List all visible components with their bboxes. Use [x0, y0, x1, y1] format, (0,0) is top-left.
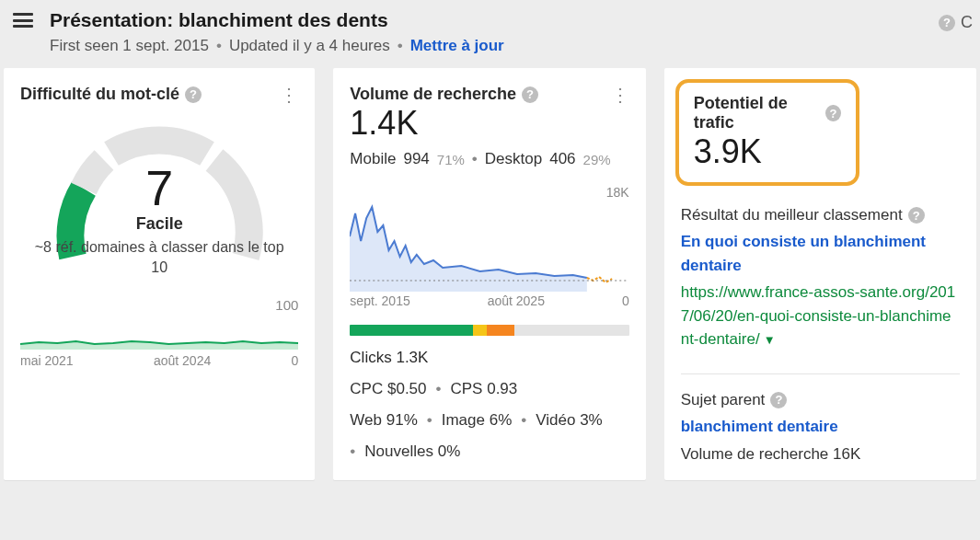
- video-pct: 3%: [580, 411, 603, 429]
- image-pct: 6%: [490, 411, 513, 429]
- separator-dot: •: [427, 411, 432, 430]
- top-result-url-link[interactable]: https://www.france-assos-sante.org/2017/…: [681, 283, 956, 348]
- tp-value: 3.9K: [694, 132, 841, 171]
- news-label: Nouvelles: [364, 442, 433, 460]
- web-label: Web: [350, 411, 382, 429]
- sv-chart-zero: 0: [622, 293, 629, 308]
- clicks-value: 1.3K: [396, 349, 428, 366]
- sv-chart-svg: [350, 200, 628, 292]
- traffic-potential-card: Potentiel de trafic ? 3.9K Résultat du m…: [664, 68, 976, 480]
- help-icon[interactable]: ?: [908, 207, 925, 224]
- top-result-title-link[interactable]: En quoi consiste un blanchiment dentaire: [681, 230, 960, 277]
- page-title: Présentation: blanchiment des dents: [50, 9, 388, 31]
- title-prefix: Présentation:: [50, 9, 179, 30]
- sv-title: Volume de recherche: [350, 85, 516, 104]
- help-icon[interactable]: ?: [825, 105, 840, 121]
- header-right-fragment: C: [961, 13, 973, 32]
- sv-chart-end: août 2025: [488, 293, 545, 308]
- sv-mobile-label: Mobile: [350, 150, 396, 168]
- cps-value: 0.93: [487, 380, 517, 397]
- separator-dot: •: [472, 150, 478, 168]
- divider: [681, 373, 960, 374]
- update-link[interactable]: Mettre à jour: [410, 37, 504, 55]
- updated-text: Updated il y a 4 heures: [229, 37, 390, 55]
- parent-topic-label: Sujet parent: [681, 391, 766, 409]
- separator-dot: •: [398, 37, 403, 55]
- cps-label: CPS: [450, 380, 482, 397]
- traffic-potential-highlight: Potentiel de trafic ? 3.9K: [675, 79, 859, 186]
- news-pct: 0%: [438, 442, 461, 460]
- kd-sparkline-end: août 2024: [154, 353, 211, 368]
- video-label: Vidéo: [536, 411, 575, 429]
- image-label: Image: [442, 411, 485, 429]
- sv-mobile-pct: 71%: [437, 152, 465, 167]
- separator-dot: •: [436, 380, 442, 398]
- parent-topic-link[interactable]: blanchiment dentaire: [681, 415, 960, 439]
- sv-desktop-label: Desktop: [485, 150, 542, 168]
- help-icon[interactable]: ?: [770, 392, 787, 408]
- kd-title: Difficulté du mot-clé: [20, 85, 179, 104]
- first-seen-text: First seen 1 sept. 2015: [50, 37, 209, 55]
- separator-dot: •: [521, 411, 526, 430]
- card-menu-button[interactable]: ⋮: [280, 86, 298, 104]
- kd-sparkline-zero: 0: [292, 353, 299, 368]
- keyword: blanchiment des dents: [179, 9, 388, 30]
- separator-dot: •: [216, 37, 222, 55]
- card-menu-button[interactable]: ⋮: [611, 86, 629, 104]
- sv-chart-start: sept. 2015: [350, 293, 409, 308]
- sv-chart-max: 18K: [350, 185, 628, 200]
- cpc-label: CPC: [350, 380, 383, 397]
- keyword-difficulty-card: Difficulté du mot-clé ? ⋮ 7 Facile ~8 ré…: [4, 68, 315, 480]
- kd-sparkline-start: mai 2021: [20, 353, 74, 368]
- sv-mobile-value: 994: [403, 150, 429, 168]
- sv-desktop-value: 406: [549, 150, 575, 168]
- clicks-segment-bar: [350, 325, 628, 336]
- separator-dot: •: [350, 442, 355, 461]
- sv-value: 1.4K: [350, 104, 628, 143]
- clicks-label: Clicks: [350, 349, 391, 366]
- parent-vol-value: 16K: [833, 445, 860, 463]
- search-volume-card: Volume de recherche ? ⋮ 1.4K Mobile 994 …: [333, 68, 645, 480]
- cpc-value: $0.50: [387, 380, 427, 397]
- help-icon[interactable]: ?: [939, 15, 955, 31]
- tp-title: Potentiel de trafic: [694, 94, 821, 132]
- kd-sparkline: [20, 313, 298, 350]
- parent-vol-label: Volume de recherche: [681, 445, 829, 463]
- top-result-label: Résultat du meilleur classement: [681, 206, 903, 224]
- sv-desktop-pct: 29%: [583, 152, 611, 167]
- kd-sparkline-max: 100: [20, 297, 298, 313]
- caret-down-icon[interactable]: ▼: [764, 333, 776, 347]
- hamburger-menu[interactable]: [13, 10, 33, 30]
- web-pct: 91%: [386, 411, 418, 429]
- help-icon[interactable]: ?: [522, 86, 538, 103]
- help-icon[interactable]: ?: [185, 86, 202, 103]
